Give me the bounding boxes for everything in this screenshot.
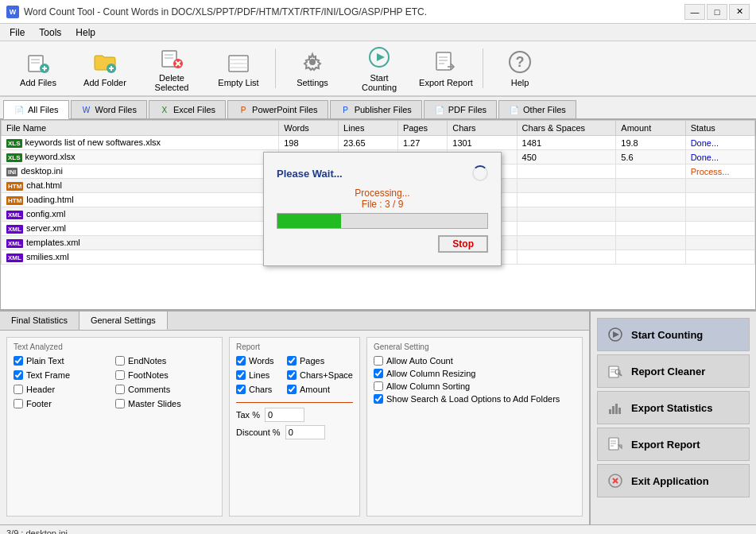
master-slides-checkbox[interactable]: [115, 399, 125, 408]
close-button[interactable]: ✕: [729, 4, 750, 20]
chars-space-checkbox[interactable]: [287, 370, 297, 380]
report-cleaner-button[interactable]: Report Cleaner: [597, 354, 750, 388]
col-sort-label: Allow Column Sorting: [386, 381, 470, 391]
tax-input[interactable]: [265, 408, 304, 422]
title-bar-controls: — □ ✕: [684, 4, 750, 20]
help-label: Help: [511, 78, 529, 87]
exit-application-button[interactable]: Exit Application: [597, 464, 750, 497]
cell-amount: [616, 207, 685, 222]
cell-chars-spaces: [517, 207, 616, 222]
empty-list-button[interactable]: Empty List: [207, 44, 270, 92]
bottom-section: Final Statistics General Settings Text A…: [0, 310, 756, 524]
svg-point-19: [309, 59, 316, 65]
cell-filename: XMLtemplates.xml: [2, 236, 279, 250]
tab-final-statistics[interactable]: Final Statistics: [0, 312, 79, 330]
plain-text-checkbox[interactable]: [14, 356, 23, 366]
cell-chars-spaces: [517, 179, 616, 193]
file-list-area: File Name Words Lines Pages Chars Chars …: [0, 119, 756, 310]
other-files-icon: 📄: [509, 104, 520, 115]
start-counting-right-button[interactable]: Start Counting: [597, 318, 750, 351]
tab-excel-files-label: Excel Files: [173, 105, 215, 114]
menu-tools[interactable]: Tools: [33, 25, 68, 40]
right-panel: Start Counting Report Cleaner Export Sta…: [589, 312, 756, 524]
endnotes-checkbox[interactable]: [115, 356, 125, 366]
col-sort-checkbox[interactable]: [374, 381, 383, 391]
status-text: 3/9 : desktop.ini: [6, 528, 68, 535]
ppt-files-icon: P: [238, 104, 249, 115]
export-report-right-button[interactable]: Export Report: [597, 428, 750, 461]
tab-ppt-files-label: PowerPoint Files: [252, 105, 318, 114]
report-group: Report Words Pages Lines: [229, 337, 360, 517]
svg-rect-36: [615, 404, 618, 414]
lines-checkbox[interactable]: [236, 370, 246, 380]
text-frame-label: Text Frame: [26, 370, 70, 380]
word-files-icon: W: [81, 104, 92, 115]
start-counting-button[interactable]: Start Counting: [347, 44, 411, 92]
discount-label: Discount %: [236, 428, 281, 437]
tab-ppt-files[interactable]: P PowerPoint Files: [227, 100, 328, 118]
cell-filename: XMLserver.xml: [2, 222, 279, 236]
cell-status: [685, 179, 754, 193]
tab-other-files[interactable]: 📄 Other Files: [498, 100, 576, 118]
maximize-button[interactable]: □: [707, 4, 727, 20]
comments-checkbox[interactable]: [115, 385, 125, 394]
pages-checkbox[interactable]: [287, 356, 297, 366]
words-label: Words: [249, 356, 274, 366]
checkbox-search-load: Show Search & Load Options to Add Folder…: [374, 394, 576, 404]
cell-amount: 19.8: [616, 136, 685, 150]
tab-all-files[interactable]: 📄 All Files: [3, 100, 69, 119]
header-checkbox[interactable]: [14, 385, 23, 394]
auto-count-checkbox[interactable]: [374, 356, 383, 366]
title-bar: W Word Count Tool - Count Words in DOC/X…: [0, 0, 756, 24]
cell-amount: 5.6: [616, 150, 685, 164]
toolbar-separator-2: [483, 48, 483, 88]
col-filename: File Name: [2, 121, 279, 136]
delete-selected-button[interactable]: Delete Selected: [140, 44, 204, 92]
footnotes-checkbox[interactable]: [115, 370, 125, 380]
minimize-button[interactable]: —: [684, 4, 705, 20]
excel-files-icon: X: [159, 104, 170, 115]
search-load-checkbox[interactable]: [374, 394, 383, 404]
cell-status: [685, 250, 754, 265]
cell-chars-spaces: [517, 236, 616, 250]
menu-help[interactable]: Help: [69, 25, 102, 40]
footer-checkbox[interactable]: [14, 399, 23, 408]
tab-word-files[interactable]: W Word Files: [71, 100, 147, 118]
general-setting-title: General Setting: [374, 342, 576, 351]
amount-checkbox[interactable]: [287, 385, 297, 394]
add-folder-button[interactable]: Add Folder: [73, 44, 137, 92]
cell-chars-spaces: [517, 250, 616, 265]
stop-button[interactable]: Stop: [438, 235, 488, 253]
tab-pdf-files[interactable]: 📄 PDF Files: [424, 100, 497, 118]
menu-file[interactable]: File: [3, 25, 31, 40]
spinner-icon: [472, 165, 488, 181]
words-checkbox[interactable]: [236, 356, 246, 366]
checkbox-footnotes: FootNotes: [115, 370, 215, 380]
col-resize-checkbox[interactable]: [374, 369, 383, 378]
settings-button[interactable]: Settings: [281, 44, 344, 92]
delete-selected-icon: [159, 44, 184, 70]
help-button[interactable]: ? Help: [488, 44, 552, 92]
empty-list-icon: [226, 49, 251, 75]
svg-rect-35: [612, 406, 614, 414]
col-status: Status: [685, 121, 754, 136]
cell-amount: [616, 164, 685, 179]
cell-filename: XLSkeywords list of new softwares.xlsx: [2, 136, 279, 150]
col-lines: Lines: [339, 121, 398, 136]
tax-divider: [236, 402, 353, 403]
cell-filename: INIdesktop.ini: [2, 164, 279, 179]
export-report-toolbar-button[interactable]: Export Report: [414, 44, 478, 92]
chars-report-label: Chars: [249, 385, 272, 394]
tab-excel-files[interactable]: X Excel Files: [149, 100, 226, 118]
discount-input[interactable]: [285, 425, 325, 439]
chars-checkbox[interactable]: [236, 385, 246, 394]
col-amount: Amount: [616, 121, 685, 136]
text-frame-checkbox[interactable]: [14, 370, 23, 380]
publisher-files-icon: P: [340, 104, 351, 115]
add-files-button[interactable]: Add Files: [6, 44, 70, 92]
export-statistics-button[interactable]: Export Statistics: [597, 391, 750, 424]
export-report-icon: [433, 49, 459, 75]
tab-general-settings[interactable]: General Settings: [79, 312, 168, 330]
tab-publisher-files[interactable]: P Publisher Files: [330, 100, 422, 118]
cell-status: Done...: [685, 136, 754, 150]
